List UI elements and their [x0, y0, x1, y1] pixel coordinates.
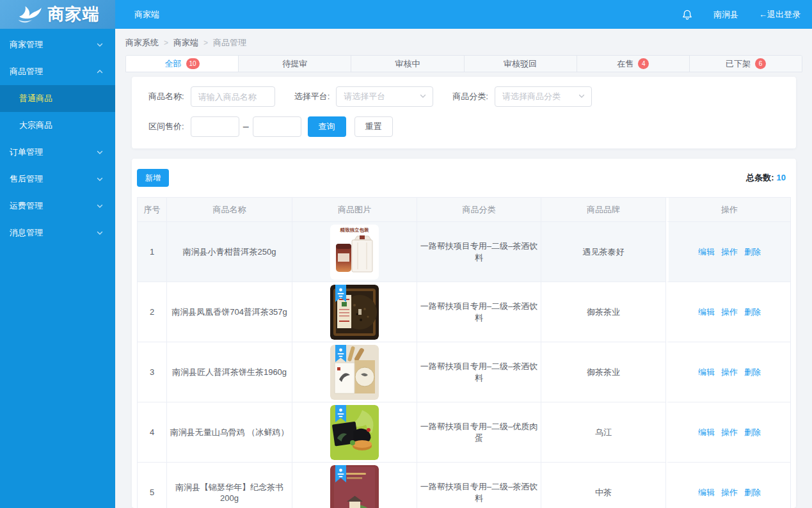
tab-count-badge: 6 [755, 58, 766, 69]
operate-link[interactable]: 操作 [721, 367, 738, 377]
product-category: 一路帮扶项目专用–二级–茶酒饮料 [417, 342, 541, 402]
breadcrumb-item-1[interactable]: 商家端 [173, 37, 198, 49]
chevron-up-icon [96, 68, 104, 75]
edit-link[interactable]: 编辑 [698, 427, 715, 437]
row-actions: 编辑操作删除 [666, 402, 790, 463]
sidebar-subitem-1-0[interactable]: 普通商品 [0, 85, 115, 112]
tab-count-badge: 4 [638, 58, 649, 69]
tab-1[interactable]: 待提审 [239, 56, 351, 72]
delete-link[interactable]: 删除 [744, 367, 761, 377]
tab-0[interactable]: 全部10 [126, 56, 239, 72]
product-name-input[interactable] [191, 86, 275, 107]
tab-4[interactable]: 在售4 [577, 56, 690, 72]
sidebar-item-3[interactable]: 售后管理 [0, 166, 115, 193]
sidebar-nav: 商家管理 商品管理 普通商品大宗商品订单管理 售后管理 运费管理 消息管理 [0, 29, 115, 246]
sidebar-item-1[interactable]: 商品管理 [0, 58, 115, 85]
col-header-2: 商品图片 [292, 198, 417, 222]
product-image-cell: 精致独立包装 [292, 222, 417, 282]
row-actions: 编辑操作删除 [666, 282, 790, 342]
total-count-value: 10 [777, 173, 786, 182]
product-brand: 中茶 [541, 463, 666, 508]
sidebar-item-label: 订单管理 [10, 147, 43, 158]
row-index: 3 [138, 342, 167, 402]
edit-link[interactable]: 编辑 [698, 367, 715, 377]
table-toolbar: 新增 总条数:10 [137, 169, 791, 187]
edit-link[interactable]: 编辑 [698, 307, 715, 317]
price-max-input[interactable] [253, 116, 301, 137]
delete-link[interactable]: 删除 [744, 247, 761, 257]
platform-select-placeholder: 请选择平台 [344, 91, 385, 102]
sidebar-item-label: 商品管理 [10, 66, 43, 77]
svg-text:精致独立包装: 精致独立包装 [340, 227, 370, 233]
search-button[interactable]: 查询 [308, 116, 346, 137]
product-image-cell [292, 463, 417, 508]
sidebar-subitem-1-1[interactable]: 大宗商品 [0, 112, 115, 139]
product-category: 一路帮扶项目专用–二级–茶酒饮料 [417, 222, 541, 282]
product-brand: 御茶茶业 [541, 282, 666, 342]
sidebar-item-5[interactable]: 消息管理 [0, 219, 115, 246]
chevron-down-icon [96, 202, 104, 210]
platform-filter-label: 选择平台: [294, 91, 330, 102]
product-name: 南涧县匠人普洱茶饼生茶1960g [167, 342, 292, 402]
product-image [330, 345, 379, 400]
filter-panel: 商品名称: 选择平台: 请选择平台 商品分类: 请选择商品分类 [132, 77, 796, 148]
col-header-4: 商品品牌 [541, 198, 666, 222]
col-header-5: 操作 [666, 198, 790, 222]
delete-link[interactable]: 删除 [744, 488, 761, 497]
product-brand: 遇见茶泰好 [541, 222, 666, 282]
product-brand: 御茶茶业 [541, 342, 666, 402]
edit-link[interactable]: 编辑 [698, 488, 715, 497]
row-index: 5 [138, 463, 167, 508]
logo-text: 商家端 [48, 3, 100, 26]
product-image-cell [292, 342, 417, 402]
operate-link[interactable]: 操作 [721, 488, 738, 497]
category-select[interactable]: 请选择商品分类 [495, 86, 592, 107]
operate-link[interactable]: 操作 [721, 307, 738, 317]
logout-button[interactable]: ←退出登录 [759, 9, 800, 20]
table-row: 2 南涧县凤凰香饼704普洱茶357g 一路帮扶项目专用–二级–茶酒饮料 御茶茶… [138, 282, 790, 342]
sidebar-item-0[interactable]: 商家管理 [0, 31, 115, 58]
bell-icon[interactable] [681, 9, 693, 20]
breadcrumb-item-0[interactable]: 商家系统 [125, 37, 159, 49]
table-row: 3 南涧县匠人普洱茶饼生茶1960g 一路帮扶项目专用–二级–茶酒饮料 御茶茶业… [138, 342, 790, 402]
platform-select[interactable]: 请选择平台 [336, 86, 433, 107]
row-index: 2 [138, 282, 167, 342]
price-separator: – [243, 121, 249, 132]
chevron-down-icon [578, 92, 585, 102]
status-tabs: 全部10待提审审核中审核驳回在售4已下架6 [125, 55, 802, 72]
sidebar-item-label: 售后管理 [10, 173, 43, 185]
products-table: 序号商品名称商品图片商品分类商品品牌操作 1 南涧县小青柑普洱茶250g 精致独… [138, 198, 790, 508]
row-actions: 编辑操作删除 [666, 222, 790, 282]
main-content: 商家系统>商家端>商品管理 全部10待提审审核中审核驳回在售4已下架6 商品名称… [115, 29, 812, 508]
row-index: 1 [138, 222, 167, 282]
edit-link[interactable]: 编辑 [698, 247, 715, 257]
delete-link[interactable]: 删除 [744, 307, 761, 317]
operate-link[interactable]: 操作 [721, 247, 738, 257]
price-min-input[interactable] [191, 116, 239, 137]
row-actions: 编辑操作删除 [666, 342, 790, 402]
tab-3[interactable]: 审核驳回 [465, 56, 577, 72]
delete-link[interactable]: 删除 [744, 427, 761, 437]
sidebar-item-label: 商家管理 [10, 39, 43, 51]
col-header-0: 序号 [138, 198, 167, 222]
sidebar-item-2[interactable]: 订单管理 [0, 139, 115, 166]
app-root: 商家端 商家管理 商品管理 普通商品大宗商品订单管理 售后管理 运费管理 消息管… [0, 0, 812, 508]
add-button[interactable]: 新增 [137, 169, 169, 187]
breadcrumb: 商家系统>商家端>商品管理 [125, 37, 246, 49]
tab-2[interactable]: 审核中 [351, 56, 464, 72]
product-category: 一路帮扶项目专用–二级–优质肉蛋 [417, 402, 541, 463]
product-name: 南涧县【锦瑟华年】纪念茶书200g [167, 463, 292, 508]
operate-link[interactable]: 操作 [721, 427, 738, 437]
product-image [330, 405, 379, 460]
reset-button[interactable]: 重置 [354, 116, 393, 137]
product-category: 一路帮扶项目专用–二级–茶酒饮料 [417, 463, 541, 508]
sidebar-item-4[interactable]: 运费管理 [0, 193, 115, 219]
product-image: 精致独立包装 [330, 225, 379, 280]
tab-5[interactable]: 已下架6 [690, 56, 802, 72]
product-category: 一路帮扶项目专用–二级–茶酒饮料 [417, 282, 541, 342]
topbar-right: 南涧县 ←退出登录 [681, 9, 812, 20]
logo: 商家端 [0, 0, 115, 29]
chevron-down-icon [96, 41, 104, 49]
product-name: 南涧县无量山乌骨鸡 （冰鲜鸡） [167, 402, 292, 463]
total-count-label: 总条数: [746, 173, 774, 182]
